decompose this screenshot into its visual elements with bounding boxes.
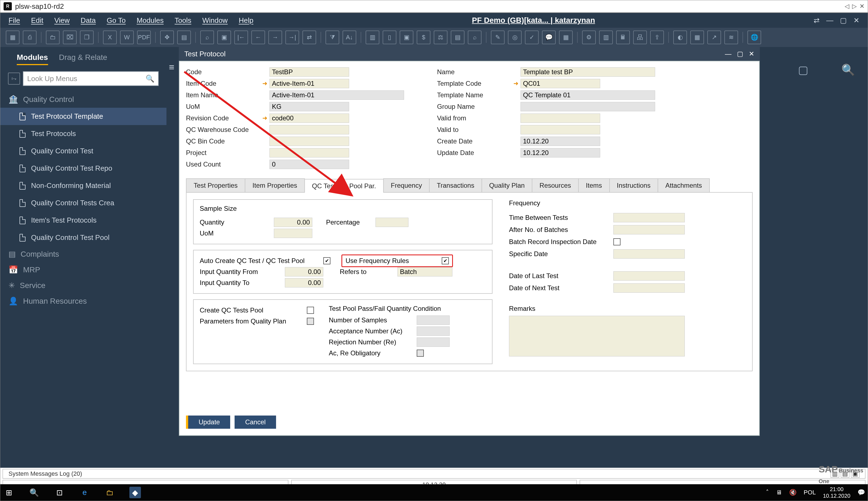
toolbar-button[interactable]: ▦ <box>559 31 573 44</box>
field-revision-code[interactable]: code00 <box>270 114 349 123</box>
toolbar-button[interactable]: ✎ <box>491 31 504 44</box>
system-messages-bar[interactable]: System Messages Log (20) ▥ ▤ ▣ <box>2 469 866 479</box>
field-code[interactable]: TestBP <box>270 67 349 77</box>
nav-left-icon[interactable]: ◁ <box>845 3 849 10</box>
toolbar-button[interactable]: ▤ <box>177 31 191 44</box>
field-name[interactable]: Template test BP <box>521 67 655 77</box>
sidebar-item[interactable]: Quality Control Test Repo <box>0 160 166 177</box>
field-input-qty-from[interactable]: 0.00 <box>285 267 323 276</box>
toolbar-button[interactable]: ↗ <box>707 31 721 44</box>
nav-right-icon[interactable]: ▷ <box>852 3 857 10</box>
sidebar-item[interactable]: Quality Control Test <box>0 142 166 160</box>
mdi-header[interactable]: Test Protocol — ▢ ✕ <box>179 47 760 61</box>
field-project[interactable] <box>270 148 349 158</box>
field-specific-date[interactable] <box>614 249 685 259</box>
toolbar-button[interactable]: ⧩ <box>325 31 339 44</box>
sidebar-tab-drag-relate[interactable]: Drag & Relate <box>59 53 107 65</box>
toolbar-button[interactable]: ⎙ <box>23 31 36 44</box>
toolbar-button[interactable]: ⇪ <box>650 31 664 44</box>
search-input[interactable]: Look Up Menus 🔍 <box>23 71 159 86</box>
toolbar-button[interactable]: ❐ <box>80 31 94 44</box>
close-icon[interactable]: ✕ <box>859 3 865 10</box>
sap-taskbar-icon[interactable]: ◆ <box>129 487 141 498</box>
mdi-maximize-icon[interactable]: ▢ <box>737 50 743 58</box>
toolbar-button[interactable]: ▦ <box>690 31 704 44</box>
toolbar-button[interactable]: A↓ <box>343 31 356 44</box>
toolbar-button[interactable]: 🗀 <box>46 31 59 44</box>
tray-volume-icon[interactable]: 🔇 <box>789 489 796 496</box>
toolbar-button[interactable]: W <box>120 31 134 44</box>
tab-qc-test-pool-par[interactable]: QC Test/QC Pool Par. <box>304 179 384 193</box>
ie-icon[interactable]: e <box>79 487 90 498</box>
toolbar-button[interactable]: 🌐 <box>747 31 761 44</box>
search-icon[interactable]: 🔍 <box>842 63 855 76</box>
field-valid-from[interactable] <box>521 114 600 123</box>
tab-frequency[interactable]: Frequency <box>383 178 430 192</box>
toolbar-button[interactable]: ← <box>251 31 265 44</box>
toolbar-button[interactable]: ▦ <box>6 31 20 44</box>
field-percentage[interactable] <box>376 218 409 227</box>
toolbar-button[interactable]: 🖩 <box>616 31 630 44</box>
toolbar-button[interactable]: X <box>103 31 117 44</box>
toolbar-button[interactable]: ▯ <box>383 31 397 44</box>
toolbar-button[interactable]: ⌧ <box>63 31 77 44</box>
tray-up-icon[interactable]: ˄ <box>766 489 769 496</box>
sidebar-item[interactable]: Non-Conforming Material <box>0 177 166 194</box>
field-quantity[interactable]: 0.00 <box>274 218 312 227</box>
field-item-code[interactable]: Active-Item-01 <box>270 79 349 88</box>
field-input-qty-to[interactable]: 0.00 <box>285 278 323 287</box>
toolbar-button[interactable]: ◎ <box>508 31 522 44</box>
toolbar-button[interactable]: $ <box>417 31 431 44</box>
toolbar-button[interactable]: ⌕ <box>468 31 481 44</box>
menu-modules[interactable]: Modules <box>137 16 163 25</box>
minimize-icon[interactable]: — <box>826 16 833 25</box>
menu-view[interactable]: View <box>54 16 70 25</box>
toolbar-button[interactable]: ✓ <box>525 31 539 44</box>
field-remarks[interactable] <box>509 316 685 356</box>
toolbar-button[interactable]: |← <box>234 31 248 44</box>
app-close-icon[interactable]: ✕ <box>854 16 859 25</box>
tab-attachments[interactable]: Attachments <box>658 178 709 192</box>
taskbar-clock[interactable]: 21:00 10.12.2020 <box>823 486 850 499</box>
notifications-icon[interactable]: 💬 <box>858 489 865 496</box>
checkbox-use-frequency[interactable]: ✔ <box>442 257 449 264</box>
tab-items[interactable]: Items <box>578 178 610 192</box>
toolbar-button[interactable]: ✥ <box>160 31 174 44</box>
sidebar-section-quality-control[interactable]: 🏦 Quality Control <box>0 91 166 108</box>
toolbar-button[interactable]: →| <box>285 31 299 44</box>
field-tbt[interactable] <box>614 213 685 222</box>
sidebar-section-hr[interactable]: 👤Human Resources <box>0 293 166 309</box>
explorer-icon[interactable]: 🗀 <box>104 487 116 498</box>
mdi-minimize-icon[interactable]: — <box>725 50 731 58</box>
field-uom2[interactable] <box>274 229 312 238</box>
field-qc-bin-code[interactable] <box>270 137 349 146</box>
tab-item-properties[interactable]: Item Properties <box>245 178 305 192</box>
field-date-last-test[interactable] <box>614 271 685 280</box>
settings-icon[interactable]: ⇄ <box>814 16 820 25</box>
tab-resources[interactable]: Resources <box>532 178 579 192</box>
windows-icon[interactable]: ▢ <box>798 63 809 76</box>
tray-monitor-icon[interactable]: 🖥 <box>776 489 782 496</box>
checkbox-create-pool[interactable] <box>307 307 314 314</box>
field-num-samples[interactable] <box>417 316 450 325</box>
field-anb[interactable] <box>614 225 685 234</box>
sidebar-tab-modules[interactable]: Modules <box>17 53 48 65</box>
taskbar-search-icon[interactable]: 🔍 <box>28 487 40 498</box>
field-rejection-num[interactable] <box>417 338 450 347</box>
field-template-code[interactable]: QC01 <box>521 79 600 88</box>
menu-goto[interactable]: Go To <box>107 16 126 25</box>
toolbar-button[interactable]: ▥ <box>599 31 613 44</box>
sidebar-section-service[interactable]: ✳Service <box>0 278 166 293</box>
mdi-close-icon[interactable]: ✕ <box>749 50 754 58</box>
checkbox-acre-obligatory[interactable] <box>417 350 424 357</box>
checkbox-auto-create[interactable]: ✔ <box>323 257 330 264</box>
toolbar-button[interactable]: ▣ <box>217 31 231 44</box>
sidebar-item[interactable]: Quality Control Tests Crea <box>0 194 166 212</box>
menu-help[interactable]: Help <box>239 16 253 25</box>
sidebar-item[interactable]: Quality Control Test Pool <box>0 229 166 246</box>
field-date-next-test[interactable] <box>614 283 685 293</box>
tab-transactions[interactable]: Transactions <box>429 178 482 192</box>
tab-quality-plan[interactable]: Quality Plan <box>481 178 532 192</box>
menu-file[interactable]: File <box>9 16 20 25</box>
field-qc-wh-code[interactable] <box>270 125 349 135</box>
